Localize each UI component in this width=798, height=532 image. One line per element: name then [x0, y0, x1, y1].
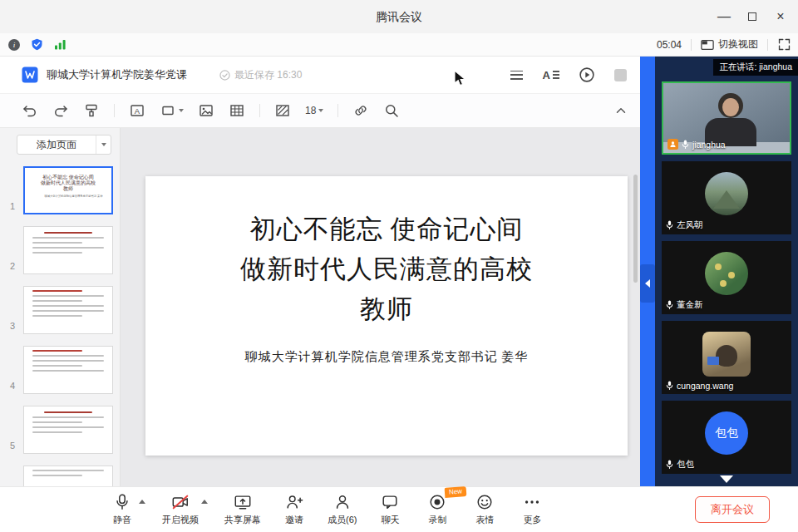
- switch-view-button[interactable]: 切换视图: [701, 37, 758, 52]
- camera-options-caret[interactable]: [201, 500, 208, 504]
- fullscreen-icon[interactable]: [777, 37, 791, 52]
- participant-name: 包包: [677, 459, 694, 470]
- participant-name: cungang.wang: [677, 381, 733, 391]
- redo-icon[interactable]: [52, 102, 69, 119]
- chevron-down-icon: [101, 143, 106, 146]
- invite-label: 邀请: [285, 514, 303, 526]
- slide-canvas[interactable]: 初心不能忘 使命记心间 做新时代人民满意的高校 教师 聊城大学计算机学院信息管理…: [121, 128, 640, 486]
- mic-icon: [682, 140, 689, 150]
- emoji-icon: [475, 493, 494, 511]
- slide-thumbnail-panel: 添加页面 1 2 3 4 5 初心不能忘 使命记心间 做新时代人民满意的高校 教…: [0, 128, 121, 486]
- emoji-button[interactable]: 表情: [470, 493, 499, 526]
- wps-header-actions: A: [510, 57, 627, 93]
- network-signal-icon[interactable]: [54, 39, 66, 50]
- format-painter-icon[interactable]: [83, 102, 100, 119]
- security-shield-icon[interactable]: [31, 38, 43, 51]
- participant-name: jianghua: [692, 140, 726, 150]
- participant-panel: 正在讲话: jianghua jianghua: [655, 57, 798, 486]
- link-icon[interactable]: [352, 102, 369, 119]
- save-status-label: 最近保存 16:30: [234, 68, 302, 82]
- slide-thumbnail-1[interactable]: 初心不能忘 使命记心间 做新时代人民满意的高校 教师 聊城大学计算机学院信息管理…: [23, 166, 113, 214]
- start-video-label: 开启视频: [162, 514, 199, 526]
- mic-icon: [666, 220, 673, 230]
- video-tile-participant[interactable]: 左风朝: [662, 161, 791, 234]
- mic-icon: [113, 493, 131, 511]
- divider: [691, 39, 692, 51]
- slide-thumbnail-2[interactable]: [23, 226, 113, 274]
- chat-label: 聊天: [381, 514, 399, 526]
- slide-thumbnail-5[interactable]: [23, 406, 113, 454]
- image-icon[interactable]: [198, 102, 214, 119]
- shape-tool[interactable]: [160, 102, 184, 119]
- close-button[interactable]: ×: [766, 0, 795, 33]
- slide-thumbnail-3[interactable]: [23, 286, 113, 334]
- video-tile-participant[interactable]: 包包 包包: [662, 401, 791, 474]
- add-page-button[interactable]: 添加页面: [17, 135, 111, 155]
- svg-text:A: A: [135, 106, 140, 116]
- mic-options-caret[interactable]: [139, 500, 145, 504]
- slide-number: 3: [10, 321, 15, 331]
- table-icon[interactable]: [229, 102, 245, 119]
- add-page-dropdown[interactable]: [96, 135, 111, 154]
- wps-logo-icon: [22, 66, 38, 83]
- share-screen-icon: [234, 493, 252, 511]
- collapse-toolbar-icon[interactable]: [613, 103, 628, 118]
- members-icon: [333, 493, 352, 511]
- mic-icon: [666, 381, 673, 391]
- share-screen-label: 共享屏幕: [224, 514, 261, 526]
- info-icon[interactable]: i: [8, 39, 20, 51]
- close-icon: ×: [776, 9, 784, 24]
- chat-button[interactable]: 聊天: [376, 493, 404, 526]
- participant-name: 左风朝: [677, 219, 703, 231]
- text-box-icon[interactable]: A: [129, 102, 145, 119]
- undo-icon[interactable]: [22, 102, 38, 119]
- text-settings-icon[interactable]: A: [543, 69, 559, 81]
- slideshow-play-icon[interactable]: [579, 67, 594, 82]
- collapse-panel-tab[interactable]: [640, 264, 655, 303]
- slide-thumbnail-6[interactable]: [23, 466, 113, 486]
- menu-icon[interactable]: [510, 71, 523, 80]
- minimize-button[interactable]: —: [710, 0, 738, 33]
- add-page-label: 添加页面: [17, 135, 96, 154]
- search-icon[interactable]: [383, 102, 400, 119]
- video-tile-jianghua[interactable]: jianghua: [662, 81, 791, 155]
- scroll-more-participants-icon[interactable]: [720, 475, 733, 483]
- minimize-icon: —: [717, 9, 731, 24]
- host-badge-icon: [667, 139, 678, 150]
- participant-name-row: 左风朝: [666, 219, 703, 231]
- statusbar-left: i: [8, 33, 66, 56]
- mic-icon: [666, 460, 673, 470]
- divider: [114, 104, 115, 117]
- wps-header: 聊城大学计算机学院姜华党课 最近保存 16:30 A: [0, 57, 640, 93]
- chevron-down-icon: [318, 109, 323, 112]
- slide-number: 1: [10, 201, 15, 211]
- current-slide[interactable]: 初心不能忘 使命记心间 做新时代人民满意的高校 教师 聊城大学计算机学院信息管理…: [145, 176, 628, 456]
- panel-splitter[interactable]: [640, 57, 655, 486]
- meeting-timer: 05:04: [657, 39, 682, 51]
- mute-button[interactable]: 静音: [108, 493, 136, 526]
- start-video-button[interactable]: 开启视频: [162, 493, 199, 526]
- meeting-controls-bar: 静音 开启视频 共享屏幕: [0, 486, 798, 532]
- mute-label: 静音: [113, 514, 131, 526]
- video-tile-participant[interactable]: 董金新: [662, 241, 791, 314]
- canvas-scrollbar[interactable]: [633, 175, 638, 283]
- fill-pattern-icon[interactable]: [274, 102, 291, 119]
- thumb-subtitle: 聊城大学计算机学院信息管理系党支部书记 姜华: [44, 195, 91, 199]
- invite-button[interactable]: 邀请: [280, 493, 308, 526]
- participant-name-row: jianghua: [667, 139, 726, 150]
- slide-thumbnail-4[interactable]: [23, 346, 113, 394]
- video-tile-participant[interactable]: cungang.wang: [662, 321, 791, 394]
- participant-name: 董金新: [677, 299, 703, 311]
- presenter-avatar[interactable]: [614, 69, 627, 81]
- avatar: [702, 332, 751, 377]
- leave-meeting-button[interactable]: 离开会议: [695, 496, 770, 523]
- more-button[interactable]: 更多: [518, 493, 546, 526]
- record-button[interactable]: New 录制: [423, 493, 451, 526]
- maximize-button[interactable]: [738, 0, 766, 33]
- statusbar-right: 05:04 切换视图: [657, 33, 791, 56]
- members-button[interactable]: 成员(6): [328, 493, 357, 526]
- new-badge: New: [445, 486, 467, 498]
- camera-off-icon: [171, 493, 190, 511]
- share-screen-button[interactable]: 共享屏幕: [224, 493, 261, 526]
- number-tool[interactable]: 18: [305, 105, 323, 116]
